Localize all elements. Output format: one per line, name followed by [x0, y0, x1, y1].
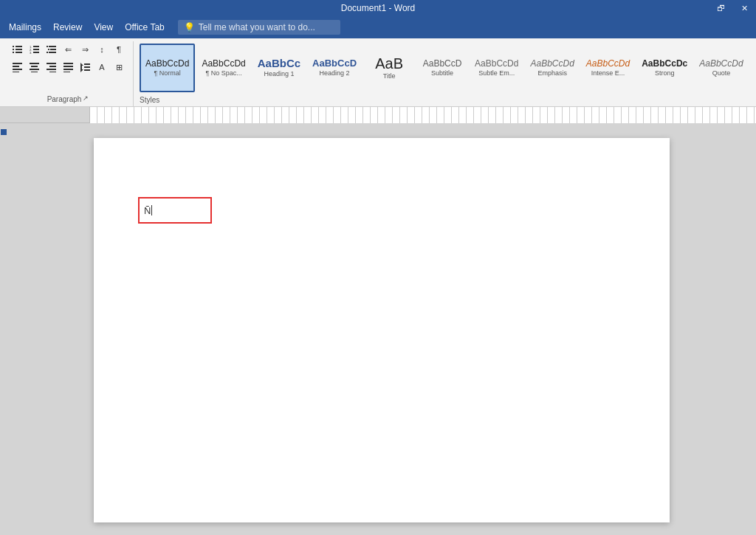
svg-rect-5 [16, 52, 22, 53]
style-heading2[interactable]: AaBbCcD Heading 2 [307, 44, 362, 92]
svg-rect-25 [31, 72, 38, 72]
align-center-button[interactable] [26, 59, 42, 75]
style-strong-preview: AaBbCcDc [642, 59, 687, 68]
title-bar: Document1 - Word 🗗 ✕ [0, 0, 756, 16]
svg-rect-21 [13, 72, 19, 72]
close-button[interactable]: ✕ [732, 0, 756, 16]
pilcrow-button[interactable]: ¶ [111, 41, 127, 58]
ribbon-row: 1.2.3. ⇐ ⇒ ↕ ¶ [3, 41, 753, 106]
style-subtitle[interactable]: AaBbCcD Subtitle [416, 44, 468, 92]
borders-button[interactable]: ⊞ [111, 59, 127, 75]
svg-rect-0 [13, 46, 14, 47]
ruler-area [0, 107, 756, 123]
style-intense-label: Intense E... [591, 69, 625, 77]
style-title[interactable]: AaB Title [363, 44, 415, 92]
numbering-button[interactable]: 1.2.3. [26, 41, 42, 58]
search-placeholder: Tell me what you want to do... [199, 22, 315, 32]
ribbon: 1.2.3. ⇐ ⇒ ↕ ¶ [0, 38, 756, 107]
paragraph-tools: 1.2.3. ⇐ ⇒ ↕ ¶ [9, 41, 127, 75]
style-heading2-label: Heading 2 [320, 69, 350, 77]
svg-text:3.: 3. [30, 51, 32, 55]
style-normal-preview: AaBbCcDd [145, 59, 189, 68]
justify-button[interactable] [60, 59, 76, 75]
svg-rect-27 [49, 66, 56, 67]
bullets-button[interactable] [9, 41, 25, 58]
content-text: Ñ [144, 205, 151, 216]
style-quote[interactable]: AaBbCcDd Quote [694, 44, 748, 92]
style-title-preview: AaB [375, 56, 403, 71]
paragraph-group: 1.2.3. ⇐ ⇒ ↕ ¶ [3, 41, 134, 106]
sort-button[interactable]: ↕ [94, 41, 110, 58]
shading-button[interactable]: A [94, 59, 110, 75]
style-intense-preview: AaBbCcDd [586, 59, 630, 68]
style-subtitle-preview: AaBbCcD [423, 59, 462, 68]
text-cursor [151, 205, 152, 215]
svg-rect-19 [13, 66, 19, 67]
restore-button[interactable]: 🗗 [709, 0, 732, 16]
svg-rect-23 [31, 66, 38, 67]
style-subtle-label: Subtle Em... [478, 69, 515, 77]
svg-rect-9 [33, 49, 39, 50]
svg-rect-13 [49, 46, 56, 47]
align-right-button[interactable] [43, 59, 59, 75]
svg-rect-37 [84, 69, 90, 71]
style-intense-emphasis[interactable]: AaBbCcDd Intense E... [581, 44, 635, 92]
svg-rect-22 [30, 63, 39, 64]
menu-view[interactable]: View [88, 19, 119, 35]
style-title-label: Title [383, 72, 396, 80]
styles-label: Styles [140, 94, 159, 106]
svg-rect-12 [47, 46, 48, 47]
svg-rect-20 [13, 69, 22, 70]
style-heading1[interactable]: AaBbCc Heading 1 [252, 44, 306, 92]
style-emphasis-label: Emphasis [537, 69, 567, 77]
menu-mailings[interactable]: Mailings [3, 19, 47, 35]
style-strong-label: Strong [655, 69, 675, 77]
document-page[interactable]: Ñ [94, 138, 670, 522]
ruler [90, 107, 756, 123]
svg-rect-26 [47, 63, 56, 64]
svg-rect-16 [47, 52, 48, 53]
tell-me-search-box[interactable]: 💡 Tell me what you want to do... [178, 20, 340, 35]
svg-rect-36 [84, 66, 90, 68]
style-nospace-label: ¶ No Spac... [205, 69, 241, 77]
menu-review[interactable]: Review [47, 19, 88, 35]
style-nospace[interactable]: AaBbCcDd ¶ No Spac... [196, 44, 250, 92]
workspace: Ñ [0, 123, 756, 535]
style-emphasis[interactable]: AaBbCcDd Emphasis [525, 44, 579, 92]
svg-rect-24 [30, 69, 39, 70]
svg-rect-2 [13, 49, 14, 50]
line-spacing-button[interactable] [77, 59, 93, 75]
style-heading2-preview: AaBbCcD [312, 58, 357, 68]
menu-office-tab[interactable]: Office Tab [119, 19, 171, 35]
svg-rect-15 [50, 49, 56, 50]
svg-rect-11 [33, 52, 39, 53]
outdent-button[interactable]: ⇐ [60, 41, 76, 58]
svg-rect-7 [33, 46, 39, 47]
left-margin-strip [0, 123, 7, 535]
svg-rect-29 [49, 72, 56, 72]
margin-marker [1, 129, 7, 135]
ruler-background [90, 107, 756, 123]
ruler-left-margin [0, 107, 90, 122]
indent-button[interactable]: ⇒ [77, 41, 93, 58]
style-subtle-emphasis[interactable]: AaBbCcDd Subtle Em... [470, 44, 523, 92]
styles-group: AaBbCcDd ¶ Normal AaBbCcDd ¶ No Spac... … [134, 41, 753, 106]
content-box[interactable]: Ñ [138, 197, 212, 224]
lightbulb-icon: 💡 [184, 22, 195, 32]
style-strong[interactable]: AaBbCcDc Strong [636, 44, 693, 92]
style-emphasis-preview: AaBbCcDd [530, 59, 574, 68]
style-normal[interactable]: AaBbCcDd ¶ Normal [140, 44, 195, 92]
paragraph-row-1: 1.2.3. ⇐ ⇒ ↕ ¶ [9, 41, 127, 58]
svg-rect-28 [47, 69, 56, 70]
style-subtitle-label: Subtitle [431, 69, 453, 77]
document-area[interactable]: Ñ [7, 123, 756, 535]
style-normal-label: ¶ Normal [154, 69, 181, 77]
svg-rect-30 [63, 63, 73, 64]
svg-rect-18 [13, 63, 22, 64]
style-nospace-preview: AaBbCcDd [202, 59, 245, 68]
svg-rect-4 [13, 52, 14, 53]
svg-rect-1 [16, 46, 22, 47]
multilevel-button[interactable] [43, 41, 59, 58]
paragraph-expand-icon[interactable]: ↗ [83, 94, 89, 102]
align-left-button[interactable] [9, 59, 25, 75]
